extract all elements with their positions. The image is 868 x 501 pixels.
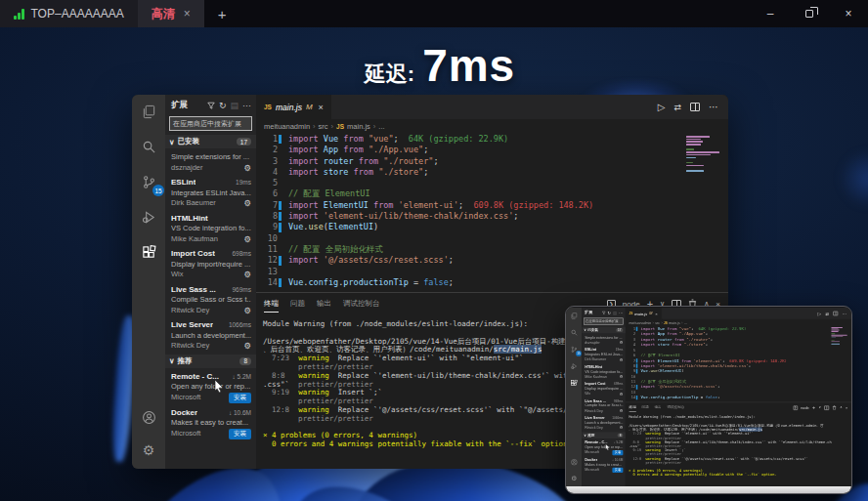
extension-gear-icon[interactable]: ⚙ [243, 341, 251, 352]
extension-item[interactable]: Docker↓ 10.6MMakes it easy to creat...Mi… [165, 406, 256, 442]
search-icon[interactable] [138, 136, 159, 157]
run-all-icon[interactable]: ⇄ [825, 312, 829, 316]
extension-item[interactable]: Live Server1066msLaunch a development...… [165, 318, 256, 355]
extension-item[interactable]: ESLint19msIntegrates ESLint Java...Dirk … [165, 176, 256, 212]
new-terminal-icon[interactable]: + [812, 405, 815, 411]
search-icon[interactable] [569, 327, 580, 338]
install-button[interactable]: 安装 [229, 429, 251, 439]
pip-preview-window[interactable]: 15 ⚙ 扩展 ↻ ▤ ··· 在应用商店中搜索扩展 ∨ 已安 [565, 306, 852, 494]
extension-item[interactable]: Import Cost698msDisplay import/require .… [165, 247, 256, 283]
extension-item[interactable]: Docker↓ 10.6MMakes it easy to creat...Mi… [582, 456, 626, 474]
breadcrumb-project[interactable]: meituanadmin [264, 122, 310, 131]
extension-item[interactable]: Live Sass ...969msCompile Sass or Scss t… [165, 283, 256, 319]
restore-button[interactable] [790, 0, 829, 27]
accounts-icon[interactable] [138, 406, 159, 428]
split-terminal-icon[interactable] [824, 405, 829, 409]
kill-terminal-icon[interactable] [832, 405, 836, 410]
extension-gear-icon[interactable]: ⚙ [243, 163, 251, 174]
extensions-icon[interactable] [138, 241, 159, 263]
terminal-dropdown-icon[interactable]: ∨ [819, 406, 821, 410]
split-editor-icon[interactable] [690, 103, 700, 111]
breadcrumb[interactable]: meituanadmin› src› JS main.js› ... [256, 119, 728, 134]
editor-tab-mainjs[interactable]: JS main.js M × [626, 308, 662, 319]
explorer-icon[interactable] [138, 101, 159, 122]
extension-item[interactable]: Remote - C...↓ 5.2MOpen any folder or re… [582, 439, 626, 457]
more-actions-icon[interactable]: ··· [619, 311, 623, 315]
quality-tab[interactable]: 高清 × [138, 0, 204, 27]
extensions-search-input[interactable]: 在应用商店中搜索扩展 [584, 318, 624, 325]
panel-tab-输出[interactable]: 输出 [317, 299, 331, 309]
install-button[interactable]: 安装 [612, 467, 623, 472]
clear-icon[interactable]: ▤ [230, 101, 239, 110]
run-debug-icon[interactable] [569, 361, 580, 372]
extension-gear-icon[interactable]: ⚙ [243, 306, 251, 316]
new-tab-button[interactable]: + [218, 6, 227, 22]
extension-item[interactable]: Simple extensions for ...dsznajder⚙ [165, 150, 256, 176]
extension-item[interactable]: Remote - C...↓ 5.2MOpen any folder or re… [165, 370, 256, 406]
extension-gear-icon[interactable]: ⚙ [620, 340, 624, 345]
extension-gear-icon[interactable]: ⚙ [243, 234, 251, 245]
breadcrumb-file[interactable]: main.js [669, 320, 679, 324]
close-tab-icon[interactable]: × [319, 103, 324, 112]
extension-gear-icon[interactable]: ⚙ [620, 408, 624, 413]
extension-gear-icon[interactable]: ⚙ [620, 357, 624, 362]
installed-section-header[interactable]: ∨ 已安装 17 [165, 135, 256, 148]
extension-gear-icon[interactable]: ⚙ [620, 374, 624, 379]
run-debug-icon[interactable] [138, 206, 159, 228]
maximize-panel-icon[interactable]: ∧ [840, 406, 842, 410]
run-all-icon[interactable]: ⇄ [673, 103, 681, 112]
device-tab[interactable]: TOP–AAAAAAAA [0, 0, 138, 27]
refresh-icon[interactable]: ↻ [608, 311, 612, 315]
extension-item[interactable]: Live Server1066msLaunch a development...… [582, 415, 626, 432]
breadcrumb-file[interactable]: main.js [347, 122, 370, 131]
breadcrumb-src[interactable]: src [655, 320, 660, 324]
source-control-icon[interactable]: 15 [138, 171, 159, 192]
recommended-section-header[interactable]: ∨ 推荐 8 [582, 432, 626, 438]
extension-item[interactable]: Simple extensions for ...dsznajder⚙ [582, 334, 626, 346]
more-actions-icon[interactable]: ⋯ [709, 102, 718, 112]
code-editor[interactable]: 1import Vue from "vue"; 64K (gzipped: 22… [626, 326, 851, 402]
breadcrumb-src[interactable]: src [319, 122, 328, 131]
extension-item[interactable]: ESLint19msIntegrates ESLint Java...Dirk … [582, 347, 626, 363]
source-control-icon[interactable]: 15 [569, 344, 580, 355]
panel-tab-输出[interactable]: 输出 [654, 405, 661, 410]
code-editor[interactable]: 1import Vue from "vue"; 64K (gzipped: 22… [256, 134, 728, 292]
panel-tab-终端[interactable]: 终端 [629, 405, 636, 412]
close-panel-icon[interactable]: × [846, 405, 847, 409]
extension-item[interactable]: HTMLHintVS Code integration fo...Mike Ka… [582, 363, 626, 380]
more-actions-icon[interactable]: ··· [242, 101, 251, 110]
install-button[interactable]: 安装 [612, 450, 623, 455]
extension-gear-icon[interactable]: ⚙ [620, 392, 624, 397]
breadcrumb-symbol[interactable]: ... [378, 122, 384, 131]
accounts-icon[interactable] [569, 457, 580, 468]
panel-tab-问题[interactable]: 问题 [642, 405, 649, 410]
explorer-icon[interactable] [569, 311, 580, 321]
editor-tab-mainjs[interactable]: JS main.js M × [256, 95, 332, 119]
clear-icon[interactable]: ▤ [613, 311, 617, 315]
extension-gear-icon[interactable]: ⚙ [243, 270, 251, 280]
extensions-search-input[interactable]: 在应用商店中搜索扩展 [169, 116, 252, 131]
minimap[interactable] [831, 327, 848, 345]
filter-icon[interactable] [602, 311, 606, 314]
settings-gear-icon[interactable]: ⚙ [569, 473, 580, 483]
close-tab-icon[interactable]: × [184, 7, 191, 21]
panel-tab-终端[interactable]: 终端 [264, 299, 279, 313]
extension-gear-icon[interactable]: ⚙ [243, 198, 251, 209]
breadcrumb-project[interactable]: meituanadmin [629, 320, 652, 324]
panel-tab-问题[interactable]: 问题 [290, 299, 305, 309]
minimap[interactable] [686, 136, 723, 173]
filter-icon[interactable] [207, 102, 215, 109]
run-file-icon[interactable]: ▷ [658, 102, 666, 112]
panel-tab-调试控制台[interactable]: 调试控制台 [343, 299, 380, 309]
installed-section-header[interactable]: ∨ 已安装 17 [582, 327, 626, 334]
close-button[interactable]: × [829, 0, 868, 27]
settings-gear-icon[interactable]: ⚙ [138, 439, 159, 461]
panel-tab-调试控制台[interactable]: 调试控制台 [667, 405, 684, 410]
extension-item[interactable]: Import Cost698msDisplay import/require .… [582, 381, 626, 397]
extension-gear-icon[interactable]: ⚙ [620, 426, 624, 431]
close-tab-icon[interactable]: × [655, 312, 658, 316]
run-file-icon[interactable]: ▷ [817, 311, 821, 315]
minimize-button[interactable]: – [751, 0, 790, 27]
extensions-icon[interactable] [569, 378, 580, 389]
install-button[interactable]: 安装 [229, 393, 251, 403]
